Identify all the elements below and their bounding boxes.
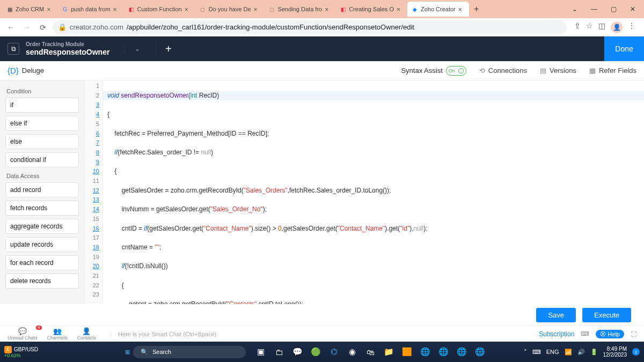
add-function-button[interactable]: + xyxy=(156,43,180,55)
bookmark-icon[interactable]: ☆ xyxy=(586,21,593,33)
extensions-icon[interactable]: ◫ xyxy=(598,21,605,33)
snippet-add-record[interactable]: add record xyxy=(5,182,79,197)
connections-button[interactable]: ⟲Connections xyxy=(479,67,527,75)
lang-indicator[interactable]: ENG xyxy=(546,349,559,355)
close-icon[interactable]: × xyxy=(325,6,331,12)
chrome3-icon[interactable]: 🌐 xyxy=(454,344,469,359)
deluge-icon: {D} xyxy=(8,66,19,75)
fields-icon: ▦ xyxy=(589,67,596,75)
execute-button[interactable]: Execute xyxy=(582,308,631,322)
explorer-icon[interactable]: 🗀 xyxy=(272,344,287,359)
chrome2-icon[interactable]: 🌐 xyxy=(436,344,451,359)
snippet-fetch-records[interactable]: fetch records xyxy=(5,201,79,216)
clock[interactable]: 8:49 PM 12/2/2023 xyxy=(603,346,627,358)
done-button[interactable]: Done xyxy=(604,36,644,61)
wifi-icon[interactable]: 📶 xyxy=(565,349,572,356)
start-button[interactable]: ⊞ xyxy=(125,349,130,356)
tab-favicon: ◌ xyxy=(269,6,275,12)
snippet-aggregate-records[interactable]: aggregate records xyxy=(5,219,79,234)
explorer2-icon[interactable]: 📁 xyxy=(381,344,396,359)
snippet-if[interactable]: if xyxy=(5,98,79,113)
workflow-icon[interactable]: ⧉ xyxy=(8,43,19,55)
versions-button[interactable]: ▤Versions xyxy=(540,67,576,75)
forward-button[interactable]: → xyxy=(20,21,33,34)
snippet-update-records[interactable]: update records xyxy=(5,237,79,252)
maximize-icon[interactable]: ▢ xyxy=(604,2,623,17)
close-icon[interactable]: × xyxy=(113,6,120,12)
taskview-icon[interactable]: ▣ xyxy=(253,344,268,359)
chrome-icon[interactable]: 🌐 xyxy=(418,344,433,359)
expand-icon[interactable]: ⛶ xyxy=(631,331,636,337)
address-bar[interactable]: 🔒 creator.zoho.com/appbuilder/zoho_carl1… xyxy=(53,20,567,34)
share-icon[interactable]: ⇪ xyxy=(574,21,581,33)
close-icon[interactable]: × xyxy=(185,6,191,12)
teams-icon[interactable]: 💬 xyxy=(290,344,305,359)
volume-icon[interactable]: 🔊 xyxy=(577,349,585,356)
snippet-else[interactable]: else xyxy=(5,134,79,149)
unread-chats[interactable]: 💬 4 Unread Chats xyxy=(8,328,38,341)
language-indicator[interactable]: {D} Deluge xyxy=(8,66,44,75)
browser-tab-active[interactable]: ◆Zoho Creator× xyxy=(407,2,469,17)
tab-favicon: ◆ xyxy=(412,6,418,12)
smart-chat-input[interactable]: Here is your Smart Chat (Ctrl+Space) xyxy=(111,331,529,337)
help-button[interactable]: ⦿ Help xyxy=(596,330,624,338)
code-editor[interactable]: 1234567891011121314151617181920212223 vo… xyxy=(85,80,644,304)
tab-favicon: ▦ xyxy=(6,6,13,12)
close-icon[interactable]: ✕ xyxy=(624,2,642,17)
profile-avatar[interactable]: 👤 xyxy=(611,21,623,33)
function-dropdown[interactable]: ⌄ xyxy=(125,45,149,53)
save-button[interactable]: Save xyxy=(536,308,576,322)
reload-button[interactable]: ⟳ xyxy=(36,21,49,34)
tab-favicon: ◧ xyxy=(340,6,346,12)
close-icon[interactable]: × xyxy=(254,6,260,12)
snippet-conditional-if[interactable]: conditional if xyxy=(5,152,79,167)
notification-badge[interactable]: 2 xyxy=(632,348,640,356)
line-gutter: 1234567891011121314151617181920212223 xyxy=(85,80,103,304)
browser-tab[interactable]: ◌Do you have De× xyxy=(195,2,265,17)
copilot-icon[interactable]: ◉ xyxy=(345,344,360,359)
taskbar-search[interactable]: 🔍 Search xyxy=(133,346,246,358)
forex-widget[interactable]: £GBP/USD +0.62% xyxy=(4,346,43,358)
contacts[interactable]: 👤 Contacts xyxy=(77,328,97,341)
taskbar-pins: ▣ 🗀 💬 🟢 ⌬ ◉ 🛍 📁 🟧 🌐 🌐 🌐 🌐 xyxy=(253,344,487,359)
menu-icon[interactable]: ⋮ xyxy=(628,21,635,33)
windows-taskbar: £GBP/USD +0.62% ⊞ 🔍 Search ▣ 🗀 💬 🟢 ⌬ ◉ 🛍… xyxy=(0,342,644,362)
browser-tab[interactable]: ◧Custom Function× xyxy=(124,2,195,17)
code-area[interactable]: void sendResponsetoOwner(int RecID) { fe… xyxy=(103,80,644,304)
vscode-icon[interactable]: ⌬ xyxy=(326,344,341,359)
keyboard-tray-icon[interactable]: ⌨ xyxy=(532,349,541,356)
editor-main: Condition if else if else conditional if… xyxy=(0,80,644,304)
chevron-down-icon[interactable]: ⌄ xyxy=(566,2,584,17)
close-icon[interactable]: × xyxy=(458,6,465,12)
subscription-link[interactable]: Subscription xyxy=(539,330,574,338)
browser-tab[interactable]: ◧Creating Sales O× xyxy=(335,2,407,17)
sidebar-heading-condition: Condition xyxy=(5,86,79,98)
switch-on[interactable]: On xyxy=(446,66,466,76)
keyboard-icon[interactable]: ⌨ xyxy=(581,330,589,337)
close-icon[interactable]: × xyxy=(47,6,53,12)
snippet-elseif[interactable]: else if xyxy=(5,116,79,131)
close-icon[interactable]: × xyxy=(397,6,403,12)
snippet-delete-records[interactable]: delete records xyxy=(5,274,79,289)
function-name: sendResponsetoOwner xyxy=(26,48,109,56)
back-button[interactable]: ← xyxy=(4,21,17,34)
module-name: Order Tracking Module xyxy=(26,41,109,48)
chat-icon: 💬 xyxy=(18,328,27,335)
syntax-assist-toggle[interactable]: Syntax Assist On xyxy=(401,66,466,76)
browser-tab[interactable]: Gpush data from× xyxy=(57,2,123,17)
tray-chevron-icon[interactable]: ˄ xyxy=(524,349,527,356)
battery-icon[interactable]: 🔋 xyxy=(590,349,598,356)
minimize-icon[interactable]: — xyxy=(585,2,603,17)
snippet-sidebar: Condition if else if else conditional if… xyxy=(0,80,85,304)
browser-tab[interactable]: ▦Zoho CRM× xyxy=(2,2,57,17)
search-icon: 🔍 xyxy=(141,349,148,356)
store-icon[interactable]: 🛍 xyxy=(363,344,378,359)
app-icon[interactable]: 🟢 xyxy=(308,344,323,359)
browser-tab[interactable]: ◌Sending Data fro× xyxy=(265,2,336,17)
new-tab-button[interactable]: + xyxy=(469,4,484,14)
app2-icon[interactable]: 🟧 xyxy=(399,344,414,359)
snippet-foreach-record[interactable]: for each record xyxy=(5,255,79,270)
refer-fields-button[interactable]: ▦Refer Fields xyxy=(589,67,636,75)
channels[interactable]: 👥 Channels xyxy=(47,328,68,341)
chrome4-icon[interactable]: 🌐 xyxy=(472,344,487,359)
